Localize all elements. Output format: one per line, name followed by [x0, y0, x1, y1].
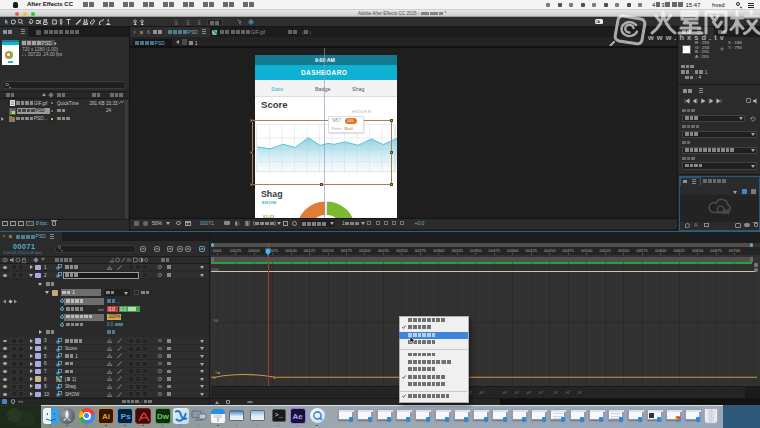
svg-text:fx: fx	[127, 257, 131, 263]
